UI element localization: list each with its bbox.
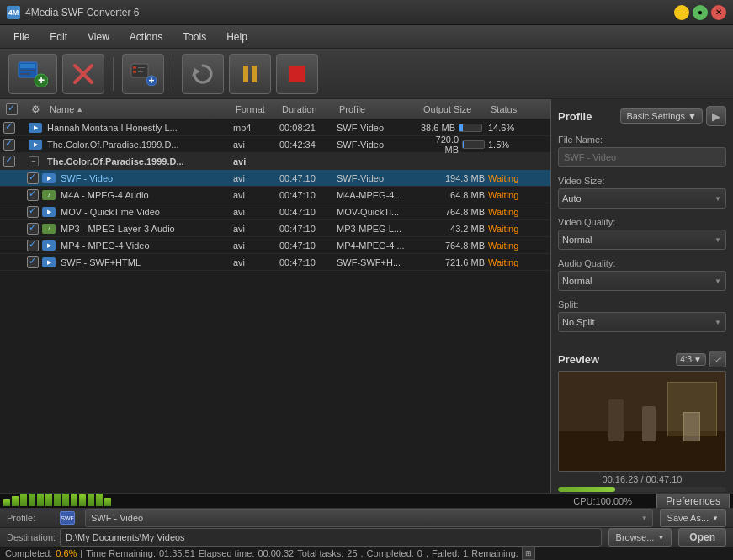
destination-input[interactable] bbox=[60, 528, 602, 547]
failed-value: 1 bbox=[463, 548, 468, 558]
status-detail-button[interactable]: ⊞ bbox=[522, 547, 535, 560]
profile-icon: SWF bbox=[60, 511, 75, 525]
mini-progress-fill-1 bbox=[459, 124, 463, 131]
preview-time-current: 00:16:23 bbox=[603, 474, 639, 484]
file-name-input[interactable] bbox=[558, 147, 726, 167]
row-check-7[interactable] bbox=[17, 223, 42, 235]
menu-item-tools[interactable]: Tools bbox=[173, 28, 216, 46]
row-outsize-8: 764.8 MB bbox=[421, 240, 488, 251]
duration-header-label: Duration bbox=[282, 104, 317, 114]
refresh-button[interactable] bbox=[182, 54, 224, 94]
col-header-name[interactable]: Name ▲ bbox=[47, 104, 233, 114]
video-size-select[interactable]: Auto bbox=[558, 188, 726, 209]
row-duration-1: 00:08:21 bbox=[279, 123, 337, 133]
profile-row-label: Profile: bbox=[7, 513, 53, 523]
row-check-5[interactable] bbox=[17, 189, 42, 201]
row-check-6[interactable] bbox=[17, 206, 42, 218]
menu-item-file[interactable]: File bbox=[3, 28, 40, 46]
delete-button[interactable] bbox=[62, 54, 104, 94]
svg-rect-16 bbox=[243, 66, 248, 82]
row-profile-7: MP3-MPEG L... bbox=[337, 224, 421, 234]
video-icon-6: ▶ bbox=[42, 207, 56, 217]
pause-button[interactable] bbox=[229, 54, 271, 94]
split-field: Split: No Split bbox=[558, 299, 726, 332]
file-list: ⚙ Name ▲ Format Duration Profile Output … bbox=[0, 99, 551, 493]
row-check-8[interactable] bbox=[17, 240, 42, 251]
file-name-field: File Name: bbox=[558, 135, 726, 167]
row-profile-2: SWF-Video bbox=[337, 140, 421, 150]
row-status-8: Waiting bbox=[488, 240, 547, 251]
minimize-button[interactable]: — bbox=[674, 5, 689, 20]
total-tasks-value: 25 bbox=[347, 548, 357, 558]
waveform-bar-item bbox=[104, 498, 111, 506]
bottom-area: CPU:100.00% Preferences Profile: SWF SWF… bbox=[0, 493, 733, 560]
row-name-8: MP4 - MPEG-4 Video bbox=[61, 240, 233, 251]
next-button[interactable]: ▶ bbox=[706, 106, 726, 126]
expand-icon[interactable]: − bbox=[29, 156, 39, 166]
table-row[interactable]: ♪ M4A - MPEG-4 Audio avi 00:47:10 M4A-MP… bbox=[0, 187, 550, 203]
panel-header: Profile Basic Settings ▼ ▶ bbox=[558, 106, 726, 126]
col-header-profile: Profile bbox=[337, 104, 421, 114]
row-check-3[interactable] bbox=[3, 156, 29, 167]
panel-title: Profile bbox=[558, 110, 592, 123]
app-icon: 4M bbox=[7, 6, 20, 19]
separator-1: | bbox=[80, 548, 82, 558]
browse-button[interactable]: Browse... ▼ bbox=[608, 528, 672, 547]
row-check-1[interactable] bbox=[3, 122, 29, 134]
preview-progress-bar[interactable] bbox=[558, 487, 726, 492]
svg-rect-2 bbox=[20, 70, 35, 71]
progress-cell-1: 38.6 MB bbox=[421, 123, 485, 133]
row-check-2[interactable] bbox=[3, 139, 29, 151]
split-select[interactable]: No Split bbox=[558, 312, 726, 332]
open-button[interactable]: Open bbox=[678, 528, 726, 547]
table-row[interactable]: ▶ The.Color.Of.Paradise.1999.D... avi 00… bbox=[0, 136, 550, 153]
completed2-label: Completed: bbox=[367, 548, 414, 558]
preview-expand-button[interactable]: ⤢ bbox=[709, 351, 726, 367]
maximize-button[interactable]: ● bbox=[693, 5, 708, 20]
table-row[interactable]: ▶ MOV - QuickTime Video avi 00:47:10 MOV… bbox=[0, 203, 550, 220]
add-task-button[interactable]: + bbox=[122, 54, 164, 94]
aspect-ratio-button[interactable]: 4:3 ▼ bbox=[676, 353, 706, 366]
row-duration-5: 00:47:10 bbox=[279, 190, 337, 200]
close-button[interactable]: ✕ bbox=[711, 5, 726, 20]
name-header-label: Name bbox=[50, 104, 74, 114]
menu-item-edit[interactable]: Edit bbox=[40, 28, 77, 46]
stop-button[interactable] bbox=[276, 54, 318, 94]
menu-item-view[interactable]: View bbox=[77, 28, 120, 46]
row-check-4[interactable] bbox=[17, 172, 42, 184]
basic-settings-button[interactable]: Basic Settings ▼ bbox=[620, 108, 703, 124]
table-row[interactable]: ▶ SWF - Video avi 00:47:10 SWF-Video 194… bbox=[0, 170, 550, 187]
table-row[interactable]: ▶ SWF - SWF+HTML avi 00:47:10 SWF-SWF+H.… bbox=[0, 254, 550, 271]
row-status-9: Waiting bbox=[488, 257, 547, 267]
elapsed-value: 00:00:32 bbox=[258, 548, 294, 558]
row-format-8: avi bbox=[233, 240, 279, 251]
preferences-button[interactable]: Preferences bbox=[656, 494, 730, 509]
table-row[interactable]: − The.Color.Of.Paradise.1999.D... avi bbox=[0, 153, 550, 170]
waveform-bar-item bbox=[96, 494, 103, 506]
table-row[interactable]: ♪ MP3 - MPEG Layer-3 Audio avi 00:47:10 … bbox=[0, 220, 550, 237]
waveform-bar-item bbox=[54, 494, 61, 506]
svg-marker-15 bbox=[192, 68, 200, 77]
row-profile-1: SWF-Video bbox=[337, 123, 421, 133]
profile-select[interactable]: SWF - Video bbox=[85, 509, 653, 527]
elapsed-label: Elapsed time: bbox=[199, 548, 255, 558]
row-format-2: avi bbox=[233, 140, 279, 150]
audio-quality-select[interactable]: Normal bbox=[558, 271, 726, 291]
waveform-bar-item bbox=[37, 494, 44, 506]
save-as-button[interactable]: Save As... ▼ bbox=[660, 509, 726, 527]
format-header-label: Format bbox=[236, 104, 265, 114]
audio-quality-field: Audio Quality: Normal bbox=[558, 258, 726, 291]
video-quality-select-wrapper: Normal bbox=[558, 230, 726, 250]
row-check-9[interactable] bbox=[17, 256, 42, 268]
col-header-icon: ⚙ bbox=[29, 103, 47, 115]
select-all-checkbox[interactable] bbox=[6, 103, 18, 115]
table-row[interactable]: ▶ MP4 - MPEG-4 Video avi 00:47:10 MP4-MP… bbox=[0, 237, 550, 254]
status-header-label: Status bbox=[491, 104, 517, 114]
video-quality-select[interactable]: Normal bbox=[558, 230, 726, 250]
row-status-1: 14.6% bbox=[488, 123, 547, 133]
menu-item-help[interactable]: Help bbox=[216, 28, 258, 46]
add-file-button[interactable]: + bbox=[8, 54, 57, 94]
menu-item-actions[interactable]: Actions bbox=[120, 28, 173, 46]
row-outsize-4: 194.3 MB bbox=[421, 173, 488, 183]
video-size-field: Video Size: Auto bbox=[558, 176, 726, 209]
